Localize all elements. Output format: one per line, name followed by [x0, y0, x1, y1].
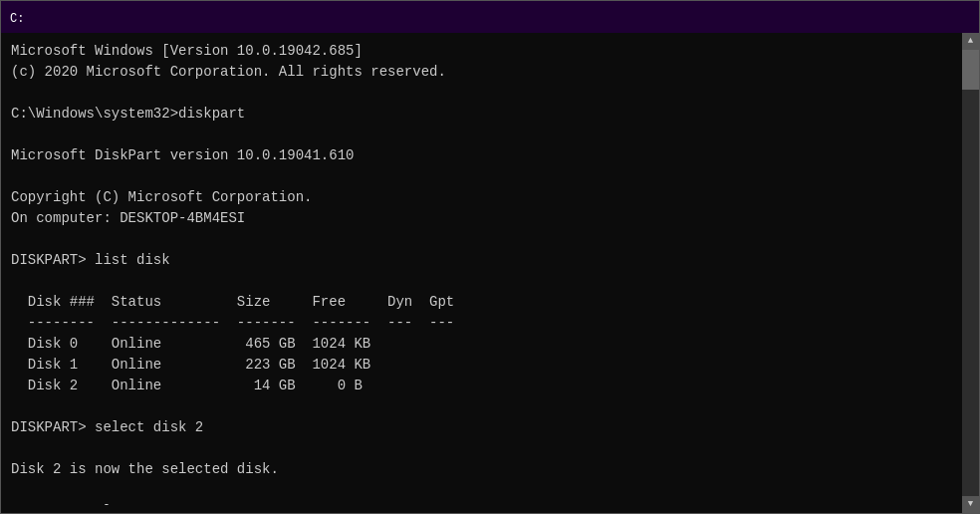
terminal-line-empty [11, 83, 969, 104]
terminal-line-empty [11, 166, 969, 187]
terminal-line: Disk 0 Online 465 GB 1024 KB [11, 334, 969, 355]
scroll-up-arrow[interactable]: ▲ [962, 33, 979, 50]
title-bar: C: [1, 1, 979, 33]
terminal-line: C:\Windows\system32>diskpart [11, 104, 969, 125]
terminal-content: Microsoft Windows [Version 10.0.19042.68… [11, 41, 969, 505]
terminal-line: Copyright (C) Microsoft Corporation. [11, 187, 969, 208]
scroll-down-arrow[interactable]: ▼ [962, 496, 979, 513]
terminal-line: On computer: DESKTOP-4BM4ESI [11, 208, 969, 229]
terminal-line: Microsoft Windows [Version 10.0.19042.68… [11, 41, 969, 62]
close-button[interactable] [925, 1, 971, 33]
terminal-line: Disk 2 is now the selected disk. [11, 459, 969, 480]
terminal-line-clean: DISKPART> clean [11, 501, 969, 505]
terminal-line: DISKPART> list disk [11, 250, 969, 271]
command-prompt-window: C: Microsoft Windows [Version 10.0.19042… [0, 0, 980, 514]
cmd-icon: C: [9, 9, 25, 25]
minimize-button[interactable] [834, 1, 879, 33]
terminal-line: -------- ------------- ------- ------- -… [11, 313, 969, 334]
scrollbar-track[interactable] [962, 50, 979, 496]
terminal-line: Disk 1 Online 223 GB 1024 KB [11, 355, 969, 376]
terminal-line: DISKPART> select disk 2 [11, 417, 969, 438]
maximize-button[interactable] [879, 1, 925, 33]
terminal-line: Disk 2 Online 14 GB 0 B [11, 376, 969, 396]
terminal-body[interactable]: Microsoft Windows [Version 10.0.19042.68… [1, 33, 979, 513]
terminal-line: (c) 2020 Microsoft Corporation. All righ… [11, 62, 969, 83]
terminal-line-empty [11, 229, 969, 250]
terminal-line-empty [11, 125, 969, 145]
terminal-line: Microsoft DiskPart version 10.0.19041.61… [11, 145, 969, 166]
terminal-line-empty [11, 396, 969, 417]
scrollbar[interactable]: ▲ ▼ [962, 33, 979, 513]
terminal-line-empty [11, 271, 969, 292]
terminal-line: Disk ### Status Size Free Dyn Gpt [11, 292, 969, 313]
terminal-line-empty [11, 480, 969, 501]
svg-text:C:: C: [10, 12, 24, 25]
scrollbar-thumb[interactable] [962, 50, 979, 90]
title-controls [834, 1, 971, 33]
terminal-line-empty [11, 438, 969, 459]
title-bar-left: C: [9, 9, 31, 25]
